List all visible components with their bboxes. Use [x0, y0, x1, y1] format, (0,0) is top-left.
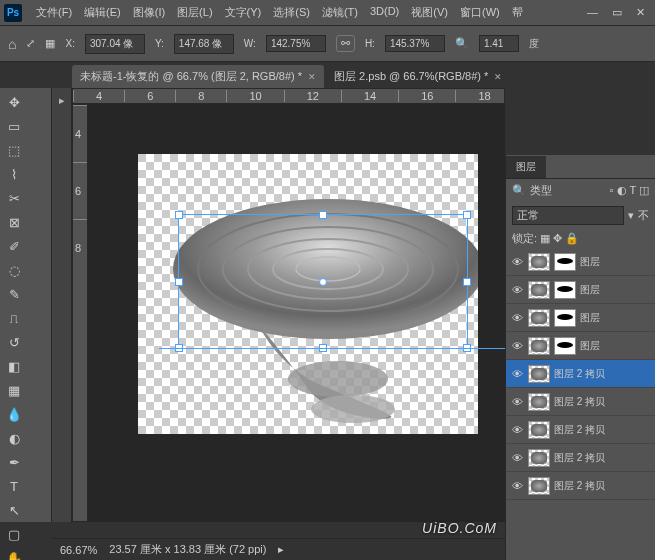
move-tool[interactable]: ✥	[2, 90, 26, 114]
crop-tool[interactable]: ✂	[2, 186, 26, 210]
minimize-icon[interactable]: —	[587, 6, 598, 19]
layer-thumbnail[interactable]	[528, 421, 550, 439]
artboard-tool[interactable]: ▭	[2, 114, 26, 138]
menu-帮[interactable]: 帮	[506, 5, 529, 20]
home-icon[interactable]: ⌂	[8, 36, 16, 52]
lock-all-icon[interactable]: 🔒	[565, 232, 579, 245]
reference-point-icon[interactable]: ▦	[45, 37, 55, 50]
layer-thumbnail[interactable]	[528, 281, 550, 299]
y-input[interactable]: 147.68 像	[174, 34, 234, 54]
filter-type-label[interactable]: 类型	[530, 183, 552, 198]
visibility-icon[interactable]: 👁	[510, 368, 524, 380]
handle-top[interactable]	[319, 211, 327, 219]
visibility-icon[interactable]: 👁	[510, 396, 524, 408]
zoom-level[interactable]: 66.67%	[60, 544, 97, 556]
lasso-tool[interactable]: ⌇	[2, 162, 26, 186]
layer-row[interactable]: 👁图层	[506, 304, 655, 332]
menu-3D(D)[interactable]: 3D(D)	[364, 5, 405, 20]
mask-thumbnail[interactable]	[554, 281, 576, 299]
dodge-tool[interactable]: ◐	[2, 426, 26, 450]
tab-label: 未标题-1-恢复的 @ 66.7% (图层 2, RGB/8#) *	[80, 69, 302, 84]
document-tab[interactable]: 图层 2.psb @ 66.7%(RGB/8#) *✕	[326, 65, 510, 88]
layer-row[interactable]: 👁图层 2 拷贝	[506, 360, 655, 388]
mask-thumbnail[interactable]	[554, 253, 576, 271]
layer-row[interactable]: 👁图层	[506, 332, 655, 360]
chevron-down-icon[interactable]: ▾	[628, 209, 634, 222]
document-tab[interactable]: 未标题-1-恢复的 @ 66.7% (图层 2, RGB/8#) *✕	[72, 65, 324, 88]
visibility-icon[interactable]: 👁	[510, 284, 524, 296]
path-tool[interactable]: ↖	[2, 498, 26, 522]
artboard[interactable]	[138, 154, 478, 434]
mask-thumbnail[interactable]	[554, 337, 576, 355]
lock-position-icon[interactable]: ✥	[553, 232, 562, 245]
layer-thumbnail[interactable]	[528, 449, 550, 467]
visibility-icon[interactable]: 👁	[510, 480, 524, 492]
blur-tool[interactable]: 💧	[2, 402, 26, 426]
maximize-icon[interactable]: ▭	[612, 6, 622, 19]
shape-tool[interactable]: ▢	[2, 522, 26, 546]
patch-tool[interactable]: ◌	[2, 258, 26, 282]
frame-tool[interactable]: ⊠	[2, 210, 26, 234]
pen-tool[interactable]: ✒	[2, 450, 26, 474]
close-icon[interactable]: ✕	[636, 6, 645, 19]
marquee-tool[interactable]: ⬚	[2, 138, 26, 162]
menu-窗口(W)[interactable]: 窗口(W)	[454, 5, 506, 20]
layer-thumbnail[interactable]	[528, 393, 550, 411]
layer-thumbnail[interactable]	[528, 477, 550, 495]
menu-文字(Y)[interactable]: 文字(Y)	[219, 5, 268, 20]
gradient-tool[interactable]: ▦	[2, 378, 26, 402]
type-tool[interactable]: T	[2, 474, 26, 498]
blend-mode-select[interactable]: 正常	[512, 206, 624, 225]
menu-滤镜(T)[interactable]: 滤镜(T)	[316, 5, 364, 20]
layer-row[interactable]: 👁图层 2 拷贝	[506, 444, 655, 472]
layers-tab[interactable]: 图层	[506, 156, 546, 178]
transform-bounding-box[interactable]	[178, 214, 468, 349]
menu-编辑(E)[interactable]: 编辑(E)	[78, 5, 127, 20]
layer-thumbnail[interactable]	[528, 253, 550, 271]
x-input[interactable]: 307.04 像	[85, 34, 145, 54]
layer-row[interactable]: 👁图层 2 拷贝	[506, 388, 655, 416]
layer-thumbnail[interactable]	[528, 337, 550, 355]
menu-选择(S)[interactable]: 选择(S)	[267, 5, 316, 20]
stamp-tool[interactable]: ⎍	[2, 306, 26, 330]
handle-left[interactable]	[175, 278, 183, 286]
handle-center[interactable]	[319, 278, 327, 286]
tab-close-icon[interactable]: ✕	[494, 72, 502, 82]
menu-图层(L)[interactable]: 图层(L)	[171, 5, 218, 20]
history-brush-tool[interactable]: ↺	[2, 330, 26, 354]
chevron-right-icon[interactable]: ▸	[278, 543, 284, 556]
visibility-icon[interactable]: 👁	[510, 424, 524, 436]
panel-icon[interactable]: ▸	[59, 94, 65, 107]
canvas[interactable]	[88, 104, 505, 522]
handle-top-left[interactable]	[175, 211, 183, 219]
brush-tool[interactable]: ✎	[2, 282, 26, 306]
menu-视图(V)[interactable]: 视图(V)	[405, 5, 454, 20]
visibility-icon[interactable]: 👁	[510, 256, 524, 268]
layer-row[interactable]: 👁图层	[506, 276, 655, 304]
visibility-icon[interactable]: 👁	[510, 312, 524, 324]
layer-row[interactable]: 👁图层 2 拷贝	[506, 416, 655, 444]
layer-row[interactable]: 👁图层 2 拷贝	[506, 472, 655, 500]
link-icon[interactable]: ⚯	[336, 35, 355, 52]
w-input[interactable]: 142.75%	[266, 35, 326, 52]
layer-row[interactable]: 👁图层	[506, 248, 655, 276]
hand-tool[interactable]: ✋	[2, 546, 26, 560]
mask-thumbnail[interactable]	[554, 309, 576, 327]
layer-thumbnail[interactable]	[528, 365, 550, 383]
filter-icons[interactable]: ▫ ◐ T ◫	[610, 184, 649, 197]
menu-图像(I)[interactable]: 图像(I)	[127, 5, 171, 20]
search-icon: 🔍	[455, 37, 469, 50]
transform-icon[interactable]: ⤢	[26, 37, 35, 50]
eyedropper-tool[interactable]: ✐	[2, 234, 26, 258]
zoom-search-input[interactable]: 1.41	[479, 35, 519, 52]
handle-right[interactable]	[463, 278, 471, 286]
eraser-tool[interactable]: ◧	[2, 354, 26, 378]
menu-文件(F)[interactable]: 文件(F)	[30, 5, 78, 20]
layer-thumbnail[interactable]	[528, 309, 550, 327]
h-input[interactable]: 145.37%	[385, 35, 445, 52]
visibility-icon[interactable]: 👁	[510, 340, 524, 352]
lock-pixels-icon[interactable]: ▦	[540, 232, 550, 245]
visibility-icon[interactable]: 👁	[510, 452, 524, 464]
handle-top-right[interactable]	[463, 211, 471, 219]
tab-close-icon[interactable]: ✕	[308, 72, 316, 82]
